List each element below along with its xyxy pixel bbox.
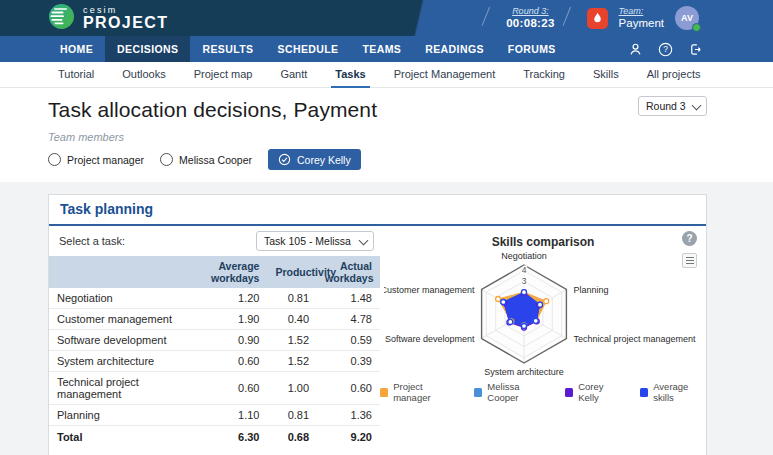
round-select[interactable]: Round 3 — [638, 96, 707, 116]
subnav-item-gantt[interactable]: Gantt — [266, 62, 321, 87]
main-nav-items: HOMEDECISIONSRESULTSSCHEDULETEAMSREADING… — [48, 36, 568, 62]
legend-item-corey-kelly: Corey Kelly — [565, 381, 622, 403]
nav-item-forums[interactable]: FORUMS — [496, 36, 568, 62]
task-planning-panel: Task planning Select a task: Task 105 - … — [48, 194, 707, 455]
column-header: Actual workdays — [317, 256, 380, 288]
subnav-item-project-management[interactable]: Project Management — [380, 62, 510, 87]
legend-item-melissa-cooper: Melissa Cooper — [474, 381, 547, 403]
task-select[interactable]: Task 105 - Melissa Cooper — [256, 231, 374, 251]
subnav-item-project-map[interactable]: Project map — [180, 62, 267, 87]
round-timer: 00:08:23 — [506, 17, 554, 30]
subnav-item-tracking[interactable]: Tracking — [509, 62, 579, 87]
title-area: Task allocation decisions, Payment Round… — [0, 88, 773, 182]
select-task-label: Select a task: — [59, 235, 125, 247]
task-allocation-table: Average workdaysProductivityActual workd… — [49, 256, 380, 448]
divider-slash — [482, 7, 499, 29]
nav-item-teams[interactable]: TEAMS — [350, 36, 413, 62]
svg-text:Customer management: Customer management — [384, 285, 475, 295]
check-circle-icon — [278, 153, 291, 166]
column-header: Productivity — [267, 256, 317, 288]
logout-icon[interactable] — [688, 42, 703, 57]
task-planning-title: Task planning — [49, 195, 706, 226]
column-header: Average workdays — [195, 256, 268, 288]
cesim-globe-icon — [48, 3, 75, 34]
round-select-wrap: Round 3 — [638, 96, 707, 116]
legend-swatch — [474, 388, 482, 397]
topbar: cesim PROJECT Round 3: 00:08:23 Team: Pa… — [0, 0, 773, 36]
avatar[interactable]: AV — [675, 6, 699, 30]
task-row-negotiation: Negotiation1.200.811.48 — [49, 288, 380, 309]
column-header — [49, 256, 195, 288]
legend-item-average-skills: Average skills — [640, 381, 706, 403]
nav-item-home[interactable]: HOME — [48, 36, 105, 62]
divider-slash — [562, 7, 579, 29]
subnav-item-tutorial[interactable]: Tutorial — [44, 62, 108, 87]
panels-area: Task planning Select a task: Task 105 - … — [0, 182, 773, 455]
team-name: Payment — [619, 17, 664, 30]
task-row-customer-management: Customer management1.900.404.78 — [49, 309, 380, 330]
sub-nav-items: TutorialOutlooksProject mapGanttTasksPro… — [44, 62, 714, 87]
team-member-name: Project manager — [67, 154, 144, 166]
avatar-initials: AV — [681, 13, 693, 23]
brand-logo[interactable]: cesim PROJECT — [48, 3, 168, 34]
team-label: Team: — [619, 6, 644, 17]
radio-icon — [48, 153, 61, 166]
nav-item-decisions[interactable]: DECISIONS — [105, 36, 190, 62]
profile-icon[interactable] — [628, 42, 643, 57]
chart-title: Skills comparison — [380, 235, 706, 249]
sub-nav: TutorialOutlooksProject mapGanttTasksPro… — [0, 62, 773, 88]
svg-text:Technical project management: Technical project management — [573, 334, 696, 344]
svg-text:Negotiation: Negotiation — [501, 251, 547, 261]
legend-swatch — [380, 388, 388, 397]
radio-icon — [160, 153, 173, 166]
svg-text:4: 4 — [522, 265, 527, 275]
table-total-row: Total6.300.689.20 — [49, 426, 380, 449]
table-header-row: Average workdaysProductivityActual workd… — [49, 256, 380, 288]
round-label: Round 3: — [512, 6, 549, 17]
task-row-technical-project-management: Technical project management0.601.000.60 — [49, 372, 380, 405]
nav-item-results[interactable]: RESULTS — [190, 36, 265, 62]
brand-project: PROJECT — [83, 15, 168, 30]
subnav-item-all-projects[interactable]: All projects — [633, 62, 715, 87]
nav-item-readings[interactable]: READINGS — [413, 36, 496, 62]
online-status-dot — [692, 23, 701, 32]
svg-text:?: ? — [663, 44, 668, 54]
team-member-option-melissa-cooper[interactable]: Melissa Cooper — [160, 149, 252, 170]
task-row-software-development: Software development0.901.520.59 — [49, 330, 380, 351]
app-window: cesim PROJECT Round 3: 00:08:23 Team: Pa… — [0, 0, 773, 455]
chart-menu-icon[interactable] — [682, 253, 697, 268]
flame-icon — [587, 8, 608, 29]
team-member-name: Melissa Cooper — [179, 154, 252, 166]
subnav-item-skills[interactable]: Skills — [579, 62, 633, 87]
legend-swatch — [565, 388, 573, 397]
svg-text:Software development: Software development — [385, 334, 475, 344]
team-member-options: Project managerMelissa CooperCorey Kelly — [48, 149, 707, 170]
svg-text:System architecture: System architecture — [484, 367, 564, 377]
svg-text:Planning: Planning — [573, 285, 608, 295]
team-member-option-project-manager[interactable]: Project manager — [48, 149, 144, 170]
main-nav: HOMEDECISIONSRESULTSSCHEDULETEAMSREADING… — [0, 36, 773, 62]
task-select-wrap: Task 105 - Melissa Cooper — [256, 231, 374, 251]
chart-legend: Project managerMelissa CooperCorey Kelly… — [380, 381, 706, 403]
chart-help-icon[interactable]: ? — [682, 231, 697, 246]
team-member-option-corey-kelly[interactable]: Corey Kelly — [268, 149, 361, 170]
help-icon[interactable]: ? — [658, 42, 673, 57]
page-title: Task allocation decisions, Payment — [48, 98, 377, 122]
svg-text:3: 3 — [522, 276, 527, 286]
legend-item-project-manager: Project manager — [380, 381, 456, 403]
task-row-system-architecture: System architecture0.601.520.39 — [49, 351, 380, 372]
team-indicator: Team: Payment — [619, 6, 664, 30]
skills-chart-area: Skills comparison 234NegotiationPlanning… — [380, 226, 706, 448]
subnav-item-tasks[interactable]: Tasks — [321, 62, 379, 87]
nav-item-schedule[interactable]: SCHEDULE — [266, 36, 351, 62]
subnav-item-outlooks[interactable]: Outlooks — [108, 62, 179, 87]
team-member-name: Corey Kelly — [297, 154, 351, 166]
skills-radar-chart: 234NegotiationPlanningTechnical project … — [384, 250, 702, 378]
round-indicator: Round 3: 00:08:23 — [506, 6, 554, 30]
legend-swatch — [640, 388, 648, 397]
team-members-label: Team members — [48, 131, 707, 143]
task-row-planning: Planning1.100.811.36 — [49, 405, 380, 426]
